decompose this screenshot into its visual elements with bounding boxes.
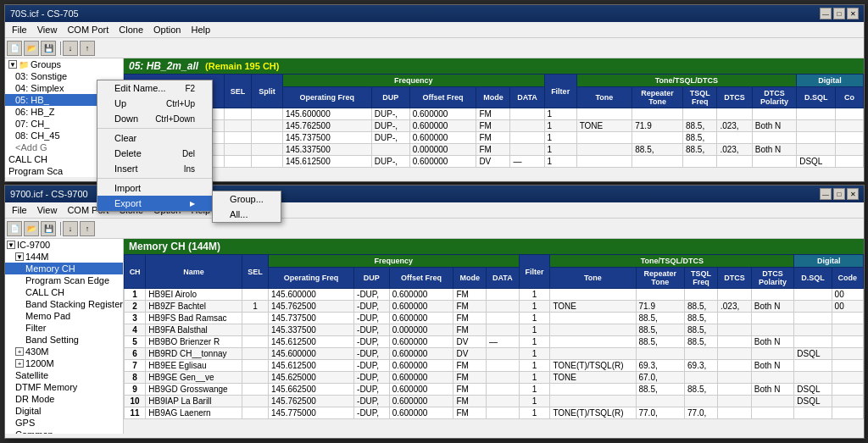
ctx-delete[interactable]: Delete Del <box>97 146 212 161</box>
sidebar-1200m[interactable]: + 1200M <box>5 357 123 369</box>
table-row[interactable]: nzer R 145.612500 DUP-, 0.600000 DV — 1 … <box>125 156 864 168</box>
sidebar-common[interactable]: Common <box>5 429 123 434</box>
toolbar-read-9700[interactable]: ↓ <box>63 221 78 236</box>
main-content-9700: ▼ IC-9700 ▼ 144M Memory CH Program Scan … <box>5 239 864 434</box>
ctx-insert[interactable]: Insert Ins <box>97 161 212 176</box>
sidebar-item-0[interactable]: ▼ 📁 Groups <box>5 58 123 70</box>
ctx-down[interactable]: Down Ctrl+Down <box>97 111 212 126</box>
table-row[interactable]: 9 HB9GD Grosswange 145.662500 -DUP, 0.60… <box>125 384 864 396</box>
table-row[interactable]: htel 145.762500 DUP-, 0.600000 FM 1 TONE… <box>125 120 864 132</box>
expand-icon-144m[interactable]: ▼ <box>15 252 24 261</box>
th-freq-group-9700: Frequency <box>268 255 519 268</box>
minimize-btn-705[interactable]: — <box>820 8 832 19</box>
menu-comport-705[interactable]: COM Port <box>62 23 114 36</box>
maximize-btn-705[interactable]: □ <box>833 8 845 19</box>
close-btn-705[interactable]: ✕ <box>847 8 859 19</box>
expand-icon-1200m[interactable]: + <box>15 359 24 368</box>
table-row[interactable]: g Ramsac 145.737500 DUP-, 0.600000 FM 1 … <box>125 132 864 144</box>
sidebar-dtmf-mem[interactable]: DTMF Memory <box>5 381 123 393</box>
table-row[interactable]: 11 HB9AG Laenern 145.775000 -DUP, 0.6000… <box>125 407 864 419</box>
sidebar-memory-ch[interactable]: Memory CH <box>5 263 123 274</box>
grid-area-705: 05: HB_2m_all (Remain 195 CH) Name SEL S… <box>124 58 864 177</box>
table-row[interactable]: 5 HB9BO Brienzer R 145.612500 -DUP, 0.60… <box>125 336 864 348</box>
th-tone-group-9700: Tone/TSQL/DTCS <box>550 255 794 268</box>
sidebar-dr-mode[interactable]: DR Mode <box>5 393 123 405</box>
ctx-sep1 <box>97 128 212 129</box>
data-table-705: Name SEL Split Frequency Filter Tone/TSQ… <box>124 74 864 168</box>
th-tone-9700: Tone <box>550 268 636 289</box>
ctx-up[interactable]: Up Ctrl+Up <box>97 96 212 111</box>
close-btn-9700[interactable]: ✕ <box>847 188 859 200</box>
grid-scroll-705[interactable]: Name SEL Split Frequency Filter Tone/TSQ… <box>124 74 864 177</box>
submenu-group[interactable]: Group... <box>213 191 281 207</box>
toolbar-write[interactable]: ↑ <box>80 41 95 56</box>
menu-view-705[interactable]: View <box>32 23 63 36</box>
table-row[interactable]: 4 HB9FA Balsthal 145.337500 -DUP, 0.0000… <box>125 324 864 336</box>
table-row[interactable]: lsthal 145.337500 0.000000 FM 1 88.5, 88… <box>125 144 864 156</box>
th-filter-9700: Filter <box>519 255 550 289</box>
ctx-edit-name[interactable]: Edit Name... F2 <box>97 80 212 96</box>
toolbar-open[interactable]: 📂 <box>24 41 39 56</box>
table-row[interactable]: 1 HB9EI Airolo 145.600000 -DUP, 0.600000… <box>125 289 864 301</box>
th-filter-705: Filter <box>544 75 576 108</box>
table-row[interactable]: 2 HB9ZF Bachtel 1 145.762500 -DUP, 0.600… <box>125 301 864 313</box>
menu-file-705[interactable]: File <box>7 23 32 36</box>
sidebar-prog-scan[interactable]: Program Scan Edge <box>5 274 123 286</box>
sidebar-memo-pad[interactable]: Memo Pad <box>5 310 123 322</box>
sidebar-144m[interactable]: ▼ 144M <box>5 251 123 263</box>
ctx-import[interactable]: Import <box>97 180 212 196</box>
table-row[interactable]: 6 HB9RD CH__tonnay 145.600000 -DUP, 0.60… <box>125 348 864 360</box>
minimize-btn-9700[interactable]: — <box>820 188 832 200</box>
sidebar-satellite[interactable]: Satellite <box>5 369 123 381</box>
th-data-9700: DATA <box>487 268 520 289</box>
toolbar-new-9700[interactable]: 📄 <box>7 221 22 236</box>
ctx-clear[interactable]: Clear <box>97 130 212 146</box>
grid-scroll-9700[interactable]: CH Name SEL Frequency Filter Tone/TSQL/D… <box>124 254 864 434</box>
ctx-export[interactable]: Export ▶ <box>97 196 212 211</box>
sidebar-filter[interactable]: Filter <box>5 322 123 334</box>
menu-view-9700[interactable]: View <box>32 203 63 217</box>
expand-icon-0[interactable]: ▼ <box>8 60 17 69</box>
toolbar-save-9700[interactable]: 💾 <box>41 221 56 236</box>
sidebar-430m[interactable]: + 430M <box>5 346 123 357</box>
submenu-all[interactable]: All... <box>213 207 281 222</box>
th-mode-9700: Mode <box>453 268 487 289</box>
table-row[interactable]: 7 HB9EE Eglisau 145.612500 -DUP, 0.60000… <box>125 360 864 372</box>
menu-help-705[interactable]: Help <box>186 23 215 36</box>
maximize-btn-9700[interactable]: □ <box>833 188 845 200</box>
th-digital-group-9700: Digital <box>794 255 864 268</box>
menu-file-9700[interactable]: File <box>7 203 32 217</box>
table-row[interactable]: o 145.600000 DUP-, 0.600000 FM 1 <box>125 108 864 120</box>
th-split-705: Split <box>252 75 283 108</box>
sidebar-gps[interactable]: GPS <box>5 417 123 429</box>
table-row[interactable]: 3 HB9FS Bad Ramsac 145.737500 -DUP, 0.60… <box>125 313 864 324</box>
toolbar-save[interactable]: 💾 <box>41 41 56 56</box>
grid-remain-705: (Remain 195 CH) <box>205 61 279 71</box>
sidebar-digital[interactable]: Digital <box>5 405 123 417</box>
menu-clone-705[interactable]: Clone <box>114 23 148 36</box>
toolbar-read[interactable]: ↓ <box>63 41 78 56</box>
th-tsql-9700: TSQL Freq <box>685 268 718 289</box>
expand-icon-9700[interactable]: ▼ <box>7 241 15 249</box>
th-polarity-9700: DTCS Polarity <box>751 268 794 289</box>
th-ch-9700: CH <box>125 255 146 289</box>
sidebar-band-stack[interactable]: Band Stacking Register <box>5 298 123 310</box>
sidebar-call-ch[interactable]: CALL CH <box>5 286 123 298</box>
th-opfreq-705: Operating Freq <box>282 87 371 108</box>
toolbar-open-9700[interactable]: 📂 <box>24 221 39 236</box>
th-opfreq-9700: Operating Freq <box>268 268 353 289</box>
table-row[interactable]: 8 HB9GE Gen__ve 145.625000 -DUP, 0.60000… <box>125 372 864 384</box>
context-menu-705: Edit Name... F2 Up Ctrl+Up Down Ctrl+Dow… <box>97 80 213 212</box>
toolbar-new[interactable]: 📄 <box>7 41 22 56</box>
sidebar-9700: ▼ IC-9700 ▼ 144M Memory CH Program Scan … <box>5 239 124 434</box>
window-title-9700: 9700.icf - CS-9700 <box>10 189 88 199</box>
sidebar-band-setting[interactable]: Band Setting <box>5 334 123 346</box>
sidebar-ic9700-root[interactable]: ▼ IC-9700 <box>5 239 123 251</box>
table-row[interactable]: 10 HB9IAP La Barill 145.762500 -DUP, 0.6… <box>125 396 864 407</box>
th-offfreq-9700: Offset Freq <box>389 268 453 289</box>
th-dsql-705: D.SQL <box>797 87 836 108</box>
toolbar-write-9700[interactable]: ↑ <box>80 221 95 236</box>
th-code-705: Co <box>836 87 864 108</box>
menu-option-705[interactable]: Option <box>148 23 186 36</box>
expand-icon-430m[interactable]: + <box>15 347 24 356</box>
